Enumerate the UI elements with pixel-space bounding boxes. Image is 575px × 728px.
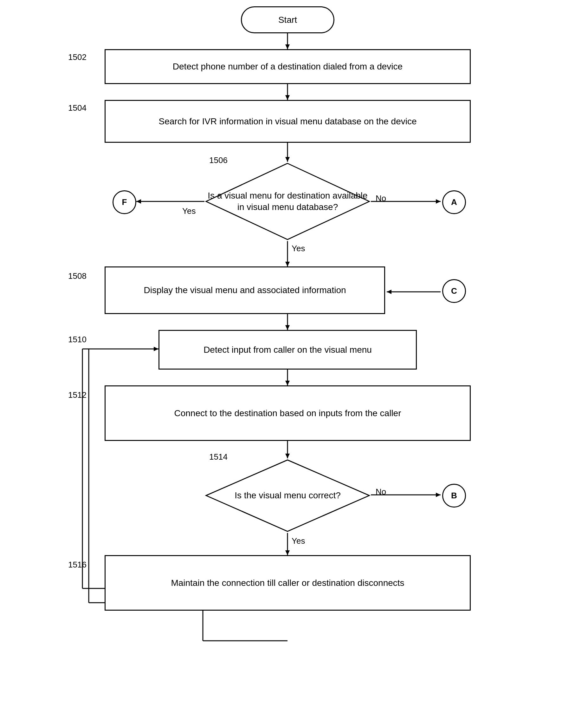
decision1514-text: Is the visual menu correct?: [231, 486, 344, 504]
step-1508: Display the visual menu and associated i…: [105, 266, 385, 314]
label-1516: 1516: [68, 560, 87, 570]
svg-marker-11: [136, 199, 141, 204]
svg-marker-31: [154, 347, 159, 351]
step1502-text: Detect phone number of a destination dia…: [166, 57, 409, 76]
step1508-text: Display the visual menu and associated i…: [137, 281, 352, 299]
decision-1514: Is the visual menu correct?: [204, 458, 371, 533]
svg-marker-3: [285, 95, 290, 100]
svg-marker-13: [285, 325, 290, 330]
connector-F: F: [112, 190, 136, 214]
svg-marker-23: [436, 493, 441, 497]
connector-F-label: F: [122, 197, 127, 207]
decision-1506: Is a visual menu for destination availab…: [204, 162, 371, 241]
connector-B: B: [442, 484, 466, 508]
label-1514-no: No: [376, 487, 386, 497]
connector-A-label: A: [451, 197, 457, 207]
step-1504: Search for IVR information in visual men…: [105, 100, 471, 143]
svg-marker-19: [285, 454, 290, 458]
step-1510: Detect input from caller on the visual m…: [159, 330, 417, 370]
step-1512: Connect to the destination based on inpu…: [105, 385, 471, 441]
label-1502: 1502: [68, 52, 87, 62]
connector-C-label: C: [451, 286, 457, 296]
label-1506-yes-down: Yes: [292, 244, 305, 253]
decision1506-text: Is a visual menu for destination availab…: [204, 187, 371, 216]
step-1502: Detect phone number of a destination dia…: [105, 49, 471, 84]
svg-marker-1: [285, 44, 290, 49]
svg-marker-15: [387, 290, 392, 294]
label-1514-yes: Yes: [292, 536, 305, 546]
flowchart: Start 1502 Detect phone number of a dest…: [0, 0, 575, 728]
svg-marker-7: [285, 262, 290, 266]
step-1516: Maintain the connection till caller or d…: [105, 555, 471, 611]
step1512-text: Connect to the destination based on inpu…: [168, 404, 408, 422]
svg-marker-21: [285, 550, 290, 555]
connector-C: C: [442, 279, 466, 303]
svg-marker-9: [436, 199, 441, 204]
start-node: Start: [241, 6, 334, 33]
label-1512: 1512: [68, 390, 87, 400]
connector-A: A: [442, 190, 466, 214]
label-1506-yes-left: Yes: [182, 206, 196, 216]
label-1510: 1510: [68, 335, 87, 345]
label-1508: 1508: [68, 271, 87, 281]
start-label: Start: [272, 10, 303, 29]
label-1506-no: No: [376, 193, 386, 203]
step1504-text: Search for IVR information in visual men…: [152, 112, 423, 131]
svg-marker-17: [285, 381, 290, 385]
connector-B-label: B: [451, 491, 457, 501]
step1510-text: Detect input from caller on the visual m…: [197, 340, 378, 359]
step1516-text: Maintain the connection till caller or d…: [165, 573, 410, 592]
svg-marker-5: [285, 157, 290, 162]
label-1504: 1504: [68, 103, 87, 113]
